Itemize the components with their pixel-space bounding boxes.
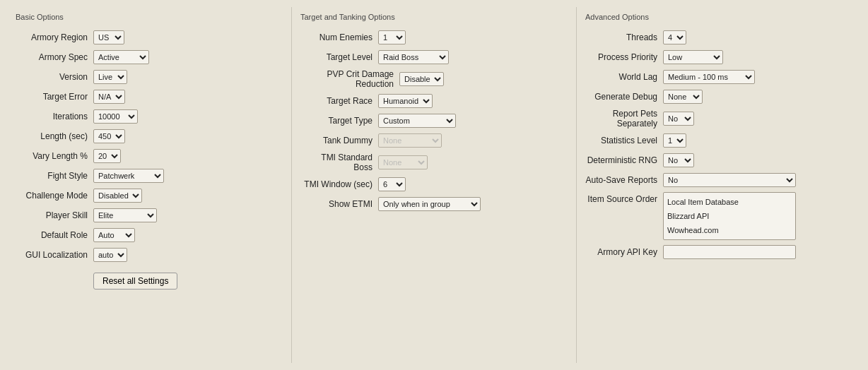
target-error-row: Target Error N/A0.10.51.0 (16, 89, 283, 105)
iterations-select[interactable]: 100100010000100000 (93, 109, 138, 124)
auto-save-reports-label: Auto-Save Reports (585, 175, 663, 185)
auto-save-reports-select[interactable]: NoYes (663, 173, 796, 187)
process-priority-row: Process Priority LowNormalHigh (585, 49, 852, 65)
armory-api-key-input[interactable] (663, 245, 796, 259)
world-lag-label: World Lag (585, 72, 663, 82)
statistics-level-row: Statistics Level 12345 (585, 133, 852, 148)
generate-debug-select[interactable]: NoneLogDump (663, 90, 703, 104)
tmi-standard-boss-select[interactable]: NoneT17HT18M (378, 155, 428, 169)
main-container: Basic Options Armory Region USEUTWCNKR A… (0, 0, 868, 370)
fight-style-row: Fight Style PatchwerkHecticAddCleaveLigh… (16, 168, 283, 184)
player-skill-label: Player Skill (16, 210, 93, 220)
basic-options-panel: Basic Options Armory Region USEUTWCNKR A… (7, 7, 292, 363)
default-role-row: Default Role AutoTankHealerDPS (16, 227, 283, 243)
show-etmi-label: Show ETMI (300, 199, 378, 209)
tmi-window-select[interactable]: 3610 (378, 177, 406, 191)
vary-length-select[interactable]: 0102030 (93, 149, 121, 163)
item-source-order-listbox[interactable]: Local Item Database Blizzard API Wowhead… (663, 192, 796, 240)
armory-spec-row: Armory Spec ActivePrimarySecondary (16, 49, 283, 65)
iterations-row: Iterations 100100010000100000 (16, 109, 283, 124)
process-priority-label: Process Priority (585, 52, 663, 62)
armory-region-row: Armory Region USEUTWCNKR (16, 30, 283, 45)
threads-row: Threads 1248 (585, 30, 852, 45)
challenge-mode-row: Challenge Mode DisabledEnabled (16, 188, 283, 203)
advanced-options-title: Advanced Options (585, 13, 852, 23)
num-enemies-row: Num Enemies 123510 (300, 30, 568, 45)
show-etmi-select[interactable]: Only when in groupAlwaysNever (378, 197, 481, 211)
pvp-crit-select[interactable]: DisableEnable (399, 72, 444, 86)
length-label: Length (sec) (16, 131, 93, 141)
version-label: Version (16, 72, 93, 82)
report-pets-label: Report Pets Separately (585, 109, 663, 129)
pvp-crit-label: PVP Crit Damage Reduction (300, 69, 399, 89)
generate-debug-row: Generate Debug NoneLogDump (585, 89, 852, 105)
target-race-label: Target Race (300, 96, 378, 106)
basic-options-title: Basic Options (16, 13, 283, 23)
item-source-blizzard[interactable]: Blizzard API (666, 209, 793, 223)
armory-region-label: Armory Region (16, 32, 93, 42)
vary-length-row: Vary Length % 0102030 (16, 148, 283, 164)
challenge-mode-select[interactable]: DisabledEnabled (93, 189, 142, 203)
gui-localization-select[interactable]: autoendefr (93, 248, 127, 262)
tmi-window-row: TMI Window (sec) 3610 (300, 177, 568, 192)
iterations-label: Iterations (16, 112, 93, 121)
gui-localization-row: GUI Localization autoendefr (16, 247, 283, 263)
fight-style-select[interactable]: PatchwerkHecticAddCleaveLightMovementHea… (93, 169, 164, 183)
target-error-label: Target Error (16, 92, 93, 102)
default-role-label: Default Role (16, 230, 93, 240)
target-level-label: Target Level (300, 52, 378, 62)
tmi-standard-boss-label: TMI Standard Boss (300, 153, 378, 172)
target-type-select[interactable]: CustomStandardAdd (378, 114, 456, 128)
item-source-wowhead[interactable]: Wowhead.com (666, 223, 793, 237)
target-options-title: Target and Tanking Options (300, 13, 568, 23)
item-source-order-label: Item Source Order (585, 192, 663, 204)
target-options-panel: Target and Tanking Options Num Enemies 1… (292, 7, 577, 363)
target-race-select[interactable]: HumanoidBeastDemonDragonGiantUndead (378, 94, 433, 108)
armory-spec-label: Armory Spec (16, 52, 93, 62)
pvp-crit-row: PVP Crit Damage Reduction DisableEnable (300, 69, 568, 89)
reset-all-settings-button[interactable]: Reset all Settings (93, 273, 177, 290)
version-row: Version LivePTR (16, 69, 283, 85)
target-level-select[interactable]: Raid BossPlayerEliteNormal (378, 50, 449, 64)
player-skill-select[interactable]: EliteGoodAverageBeginner (93, 208, 157, 222)
target-type-row: Target Type CustomStandardAdd (300, 113, 568, 129)
world-lag-row: World Lag Low - 10 msMedium - 100 msHigh… (585, 69, 852, 85)
player-skill-row: Player Skill EliteGoodAverageBeginner (16, 208, 283, 223)
target-error-select[interactable]: N/A0.10.51.0 (93, 90, 125, 104)
challenge-mode-label: Challenge Mode (16, 191, 93, 201)
vary-length-label: Vary Length % (16, 151, 93, 161)
deterministic-rng-label: Deterministic RNG (585, 155, 663, 165)
tank-dummy-select[interactable]: NoneDungeonRaidMythic Raid (378, 133, 442, 148)
statistics-level-select[interactable]: 12345 (663, 133, 686, 148)
process-priority-select[interactable]: LowNormalHigh (663, 50, 723, 64)
tmi-window-label: TMI Window (sec) (300, 179, 378, 189)
threads-label: Threads (585, 32, 663, 42)
armory-spec-select[interactable]: ActivePrimarySecondary (93, 50, 149, 64)
armory-region-select[interactable]: USEUTWCNKR (93, 30, 124, 44)
auto-save-reports-row: Auto-Save Reports NoYes (585, 172, 852, 188)
length-row: Length (sec) 100200300450600 (16, 129, 283, 144)
num-enemies-label: Num Enemies (300, 32, 378, 42)
fight-style-label: Fight Style (16, 171, 93, 181)
num-enemies-select[interactable]: 123510 (378, 30, 406, 44)
armory-api-key-row: Armory API Key (585, 244, 852, 260)
world-lag-select[interactable]: Low - 10 msMedium - 100 msHigh - 200 ms (663, 70, 755, 84)
default-role-select[interactable]: AutoTankHealerDPS (93, 228, 135, 242)
target-type-label: Target Type (300, 116, 378, 126)
report-pets-row: Report Pets Separately NoYes (585, 109, 852, 129)
gui-localization-label: GUI Localization (16, 250, 93, 260)
target-level-row: Target Level Raid BossPlayerEliteNormal (300, 49, 568, 65)
tmi-standard-boss-row: TMI Standard Boss NoneT17HT18M (300, 153, 568, 172)
item-source-local[interactable]: Local Item Database (666, 195, 793, 209)
report-pets-select[interactable]: NoYes (663, 112, 694, 126)
show-etmi-row: Show ETMI Only when in groupAlwaysNever (300, 196, 568, 212)
length-select[interactable]: 100200300450600 (93, 129, 125, 143)
target-race-row: Target Race HumanoidBeastDemonDragonGian… (300, 93, 568, 109)
statistics-level-label: Statistics Level (585, 136, 663, 145)
version-select[interactable]: LivePTR (93, 70, 127, 84)
reset-row: Reset all Settings (16, 267, 283, 290)
tank-dummy-row: Tank Dummy NoneDungeonRaidMythic Raid (300, 133, 568, 148)
threads-select[interactable]: 1248 (663, 30, 686, 44)
tank-dummy-label: Tank Dummy (300, 136, 378, 145)
deterministic-rng-select[interactable]: NoYes (663, 153, 694, 167)
